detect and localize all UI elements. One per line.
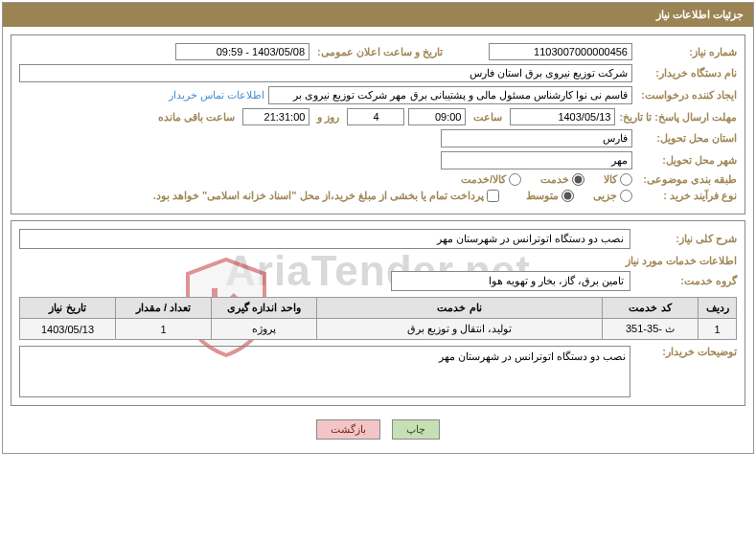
days-and-label: روز و <box>313 111 343 124</box>
radio-partial-input[interactable] <box>620 190 632 202</box>
remain-label: ساعت باقی مانده <box>154 111 239 124</box>
radio-goods[interactable]: کالا <box>604 173 632 186</box>
creator-label: ایجاد کننده درخواست: <box>636 89 737 102</box>
need-number-label: شماره نیاز: <box>636 46 737 58</box>
payment-note: پرداخت تمام یا بخشی از مبلغ خرید،از محل … <box>153 190 484 202</box>
td-name: تولید، انتقال و توزیع برق <box>317 319 603 340</box>
radio-partial[interactable]: جزیی <box>593 190 632 202</box>
radio-medium-input[interactable] <box>561 190 574 202</box>
button-bar: چاپ بازگشت <box>11 412 745 445</box>
creator-field: قاسم نی نوا کارشناس مسئول مالی و پشتیبان… <box>268 86 632 104</box>
province-label: استان محل تحویل: <box>636 132 737 145</box>
remain-time-field: 21:31:00 <box>242 108 309 125</box>
group-label: گروه خدمت: <box>636 275 737 287</box>
payment-checkbox[interactable] <box>487 190 499 202</box>
radio-service-input[interactable] <box>572 173 584 186</box>
services-table: ردیف کد خدمت نام خدمت واحد اندازه گیری ت… <box>19 297 737 340</box>
time-label: ساعت <box>470 111 506 124</box>
buyer-notes-field: نصب دو دستگاه اتوترانس در شهرستان مهر <box>19 346 630 397</box>
city-label: شهر محل تحویل: <box>636 154 737 167</box>
deadline-time-field: 09:00 <box>408 108 466 125</box>
buyer-field: شرکت توزیع نیروی برق استان فارس <box>19 64 632 82</box>
process-label: نوع فرآیند خرید : <box>636 190 737 202</box>
table-row: 1 ث -35-351 تولید، انتقال و توزیع برق پر… <box>20 319 737 340</box>
category-label: طبقه بندی موضوعی: <box>636 173 737 186</box>
desc-label: شرح کلی نیاز: <box>636 233 737 245</box>
th-row: ردیف <box>699 298 737 319</box>
need-info-box: شماره نیاز: 1103007000000456 تاریخ و ساع… <box>11 34 745 215</box>
td-code: ث -35-351 <box>603 319 699 340</box>
announce-field: 1403/05/08 - 09:59 <box>175 43 309 60</box>
content-area: AriaTender.net شماره نیاز: 1103007000000… <box>3 27 753 453</box>
radio-both[interactable]: کالا/خدمت <box>461 173 521 186</box>
process-radio-group: جزیی متوسط <box>526 190 632 202</box>
page-container: جزئیات اطلاعات نیاز AriaTender.net شماره… <box>2 2 754 454</box>
services-box: شرح کلی نیاز: نصب دو دستگاه اتوترانس در … <box>11 220 745 406</box>
th-name: نام خدمت <box>317 298 603 319</box>
radio-both-input[interactable] <box>509 173 521 186</box>
td-unit: پروژه <box>212 319 317 340</box>
city-field: مهر <box>441 151 632 169</box>
td-date: 1403/05/13 <box>20 319 116 340</box>
payment-checkbox-wrap[interactable]: پرداخت تمام یا بخشی از مبلغ خرید،از محل … <box>153 190 499 202</box>
contact-link[interactable]: اطلاعات تماس خریدار <box>169 89 264 102</box>
desc-field: نصب دو دستگاه اتوترانس در شهرستان مهر <box>19 229 630 249</box>
th-code: کد خدمت <box>603 298 699 319</box>
td-row: 1 <box>699 319 737 340</box>
th-unit: واحد اندازه گیری <box>212 298 317 319</box>
page-title-bar: جزئیات اطلاعات نیاز <box>3 3 753 27</box>
group-field: تامین برق، گاز، بخار و تهویه هوا <box>391 271 630 291</box>
td-qty: 1 <box>116 319 212 340</box>
announce-label: تاریخ و ساعت اعلان عمومی: <box>313 46 447 58</box>
print-button[interactable]: چاپ <box>392 419 440 440</box>
th-date: تاریخ نیاز <box>20 298 116 319</box>
th-qty: تعداد / مقدار <box>116 298 212 319</box>
page-title: جزئیات اطلاعات نیاز <box>656 9 744 20</box>
days-field: 4 <box>347 108 404 125</box>
buyer-notes-label: توضیحات خریدار: <box>636 346 737 358</box>
radio-medium[interactable]: متوسط <box>526 190 574 202</box>
radio-service[interactable]: خدمت <box>540 173 584 186</box>
deadline-date-field: 1403/05/13 <box>510 108 615 125</box>
services-header: اطلاعات خدمات مورد نیاز <box>19 255 737 267</box>
category-radio-group: کالا خدمت کالا/خدمت <box>461 173 632 186</box>
province-field: فارس <box>441 129 632 147</box>
deadline-label: مهلت ارسال پاسخ: تا تاریخ: <box>619 111 737 124</box>
back-button[interactable]: بازگشت <box>316 419 380 440</box>
need-number-field: 1103007000000456 <box>489 43 632 60</box>
buyer-label: نام دستگاه خریدار: <box>636 67 737 79</box>
radio-goods-input[interactable] <box>620 173 632 186</box>
